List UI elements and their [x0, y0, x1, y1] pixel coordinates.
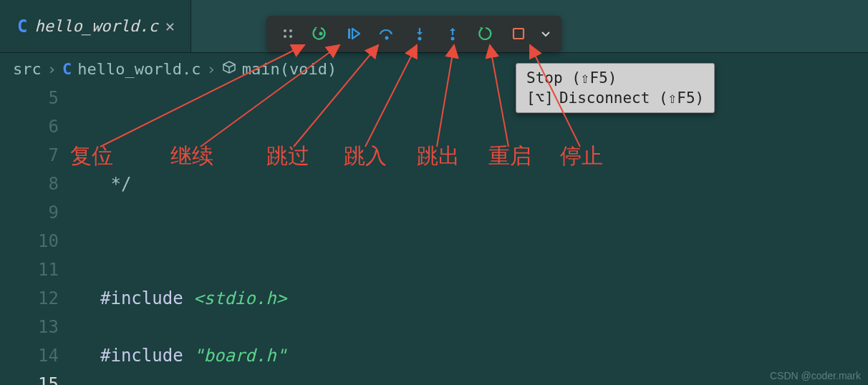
code-area[interactable]: */ #include <stdio.h> #include "board.h"… — [72, 84, 868, 385]
annotation-stop: 停止 — [560, 142, 603, 171]
watermark: CSDN @coder.mark — [770, 370, 861, 381]
svg-point-6 — [385, 36, 389, 40]
svg-point-8 — [451, 37, 455, 41]
step-into-button[interactable] — [404, 19, 435, 48]
c-file-icon: C — [62, 60, 72, 78]
line-number: 7 — [0, 141, 59, 170]
continue-button[interactable] — [338, 19, 370, 48]
line-number: 12 — [0, 284, 59, 313]
c-file-icon: C — [17, 16, 27, 36]
tooltip-line: Disconnect (⇧F5) — [559, 88, 704, 108]
svg-rect-9 — [513, 29, 524, 39]
code-text: #include — [100, 346, 183, 366]
line-number: 9 — [0, 198, 59, 227]
breadcrumb-symbol[interactable]: main(void) — [242, 60, 337, 78]
svg-point-3 — [289, 35, 292, 38]
chevron-right-icon: › — [206, 60, 216, 78]
line-number: 10 — [0, 227, 59, 255]
restart-button[interactable] — [470, 19, 501, 48]
svg-point-1 — [289, 29, 292, 32]
close-icon[interactable]: ✕ — [165, 17, 175, 35]
svg-point-0 — [284, 29, 286, 32]
tooltip-line: Stop (⇧F5) — [526, 68, 617, 88]
svg-point-2 — [284, 35, 286, 38]
tooltip: Stop (⇧F5) [⌥] Disconnect (⇧F5) — [516, 63, 715, 113]
step-over-button[interactable] — [371, 19, 402, 48]
line-number: 14 — [0, 341, 59, 370]
code-text: "board.h" — [193, 346, 286, 366]
debug-toolbar — [266, 16, 561, 52]
line-number: 15 — [0, 370, 59, 385]
svg-point-4 — [319, 32, 323, 36]
annotation-continue: 继续 — [170, 142, 213, 171]
line-number: 5 — [0, 84, 59, 112]
tooltip-mod: [⌥] — [526, 88, 554, 108]
line-number: 8 — [0, 170, 59, 198]
breadcrumb-file[interactable]: hello_world.c — [77, 60, 201, 78]
reset-button[interactable] — [305, 19, 337, 48]
annotation-restart: 重启 — [488, 142, 531, 171]
tab-filename: hello_world.c — [34, 17, 158, 35]
code-text: */ — [100, 174, 131, 194]
code-text: <stdio.h> — [193, 288, 286, 308]
code-editor[interactable]: 5 6 7 8 9 10 11 12 13 14 15 */ #include … — [0, 84, 868, 385]
drag-handle-icon[interactable] — [272, 19, 304, 48]
svg-point-7 — [418, 37, 422, 41]
symbol-icon — [222, 60, 236, 78]
line-gutter: 5 6 7 8 9 10 11 12 13 14 15 — [0, 84, 72, 385]
annotation-step-over: 跳过 — [266, 142, 309, 171]
breadcrumb-folder[interactable]: src — [13, 60, 42, 78]
editor-tab[interactable]: C hello_world.c ✕ — [0, 0, 191, 52]
line-number: 13 — [0, 313, 59, 341]
annotation-step-out: 跳出 — [417, 142, 460, 171]
breadcrumb: src › C hello_world.c › main(void) — [0, 53, 868, 84]
annotation-step-into: 跳入 — [344, 142, 387, 171]
chevron-down-icon[interactable] — [536, 19, 556, 48]
step-out-button[interactable] — [437, 19, 468, 48]
code-text: #include — [100, 288, 183, 308]
line-number: 6 — [0, 112, 59, 141]
annotation-reset: 复位 — [70, 142, 113, 171]
stop-button[interactable] — [503, 19, 534, 48]
chevron-right-icon: › — [47, 60, 57, 78]
svg-rect-5 — [348, 29, 350, 39]
line-number: 11 — [0, 255, 59, 284]
